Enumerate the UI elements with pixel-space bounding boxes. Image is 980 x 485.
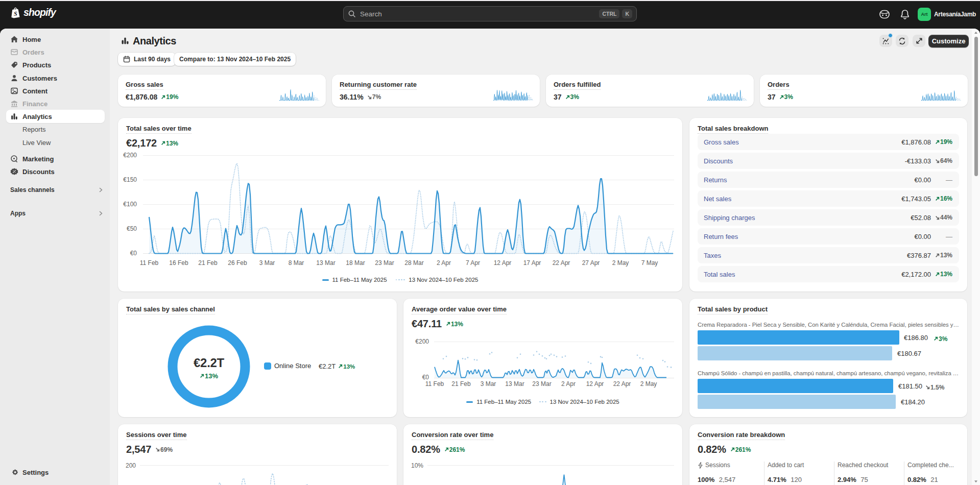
svg-text:S: S (14, 10, 17, 17)
